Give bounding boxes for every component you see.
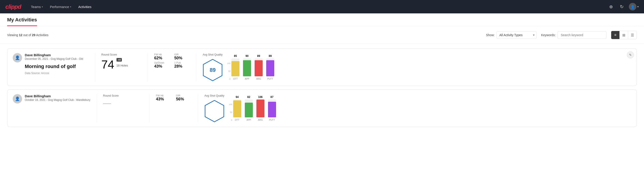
avatar[interactable]: 👤 — [629, 3, 636, 10]
avg-shot-quality-label: Avg Shot Quality — [202, 53, 222, 56]
score-row: — — [103, 99, 143, 107]
nav-teams[interactable]: Teams ▾ — [28, 3, 46, 10]
card-inner: 👤 Dave Billingham October 16, 2021 - Gog… — [13, 94, 631, 122]
bar-value-label: 90 — [246, 54, 248, 58]
bar-column: 82APP — [245, 96, 253, 121]
bar-value-label: 94 — [236, 96, 238, 98]
refresh-icon[interactable]: ↻ — [618, 3, 625, 10]
bar-chart-wrapper-2: 100 50 0 94OTT82APP106ARG87PUTT — [229, 96, 276, 121]
gir-stat: GIR 50% — [174, 53, 190, 60]
bar-fill — [254, 60, 263, 76]
bar-fill — [268, 102, 276, 117]
bar-axis-label: PUTT — [267, 78, 273, 80]
bar-axis-label: OTT — [233, 78, 238, 80]
bar-column: 89PUTT — [266, 54, 274, 80]
view-buttons: ≡ ⊞ ☰ — [611, 31, 637, 39]
hex-value: 89 — [210, 67, 216, 73]
gir-stat: GIR 56% — [176, 94, 192, 102]
stats-section: FW Hit 43% GIR 56% — [156, 94, 192, 102]
user-name: Dave Billingham — [25, 94, 90, 98]
page: My Activities Viewing 12 out of 29 Activ… — [0, 14, 644, 195]
nav-activities[interactable]: Activities — [76, 3, 94, 10]
activity-card: ✎ 👤 Dave Billingham December 05, 2021 - … — [7, 48, 637, 86]
fw-hit-value: 62% — [154, 56, 170, 60]
nav-right: ⊕ ↻ 👤 ▾ — [608, 3, 639, 10]
bar-column: 94OTT — [233, 96, 241, 121]
bar-column: 89ARG — [254, 54, 263, 80]
bar-track — [268, 100, 276, 117]
bar-fill — [266, 60, 274, 76]
bar-fill — [245, 103, 253, 117]
svg-marker-1 — [205, 100, 224, 122]
card-divider-2 — [150, 94, 150, 122]
list-view-button[interactable]: ≡ — [611, 31, 620, 39]
avatar: 👤 — [13, 53, 22, 62]
viewing-text: Viewing 12 out of 29 Activities — [7, 33, 482, 37]
quality-section: Avg Shot Quality 89 100 50 — [202, 53, 296, 81]
y-axis: 100 50 0 — [229, 103, 232, 121]
avatar: 👤 — [13, 94, 22, 104]
keyword-filter-group: Keywords: — [541, 31, 606, 39]
score-section: Round Score — — [103, 94, 143, 107]
bar-value-label: 106 — [258, 96, 263, 98]
score-value: 74 — [101, 59, 114, 70]
card-user-section: 👤 Dave Billingham December 05, 2021 - Go… — [13, 53, 88, 75]
page-header: My Activities — [0, 14, 644, 26]
score-row: 74 +4 18 Holes — [101, 58, 142, 70]
grid-view-button[interactable]: ⊞ — [620, 31, 628, 39]
bar-fill — [233, 100, 241, 117]
user-date: October 16, 2021 - Gog Magog Golf Club -… — [25, 98, 90, 102]
detail-view-button[interactable]: ☰ — [628, 31, 637, 39]
bar-chart: 85OTT90APP89ARG89PUTT — [232, 54, 274, 80]
activity-type-select-wrapper: All Activity Types — [496, 31, 537, 39]
bar-axis-label: OTT — [235, 119, 240, 121]
bar-fill — [243, 60, 251, 76]
round-score-label: Round Score — [101, 53, 142, 56]
data-source: Data Source: Arccos — [25, 72, 83, 75]
add-icon[interactable]: ⊕ — [608, 3, 614, 10]
gir-value: 56% — [176, 97, 192, 102]
one-putt-value: 28% — [174, 64, 190, 69]
bar-column: 87PUTT — [268, 96, 276, 121]
show-label: Show: — [486, 33, 495, 37]
fw-hit-value: 43% — [156, 97, 172, 102]
hex-container: 89 — [202, 59, 223, 81]
bar-chart-wrapper: 100 50 0 85OTT90APP89ARG89PUTT — [227, 54, 274, 80]
holes-text: 18 Holes — [116, 64, 128, 67]
user-name: Dave Billingham — [25, 53, 83, 57]
card-inner: 👤 Dave Billingham December 05, 2021 - Go… — [13, 53, 631, 81]
one-putt-stat: 1 Putt 28% — [174, 61, 190, 69]
bar-value-label: 82 — [247, 96, 250, 98]
bar-track — [233, 100, 241, 117]
bar-fill — [232, 61, 240, 76]
search-input[interactable] — [558, 31, 606, 39]
page-title: My Activities — [7, 17, 37, 26]
activity-type-select[interactable]: All Activity Types — [496, 31, 537, 39]
avatar-chevron-icon: ▾ — [637, 5, 639, 8]
bar-value-label: 87 — [270, 96, 273, 98]
fw-hit-label: FW Hit — [154, 53, 170, 56]
updown-label: Up/Down — [154, 61, 170, 64]
updown-value: 43% — [154, 64, 170, 69]
logo: clippd — [5, 3, 21, 10]
bar-track — [232, 58, 240, 76]
teams-chevron-icon: ▾ — [42, 6, 43, 8]
gir-label: GIR — [176, 94, 192, 97]
bar-axis-label: PUTT — [269, 119, 275, 121]
quality-section: Avg Shot Quality 100 50 0 — [204, 94, 298, 122]
bar-axis-label: APP — [246, 119, 251, 121]
bar-value-label: 85 — [234, 54, 237, 58]
user-info: Dave Billingham October 16, 2021 - Gog M… — [25, 94, 90, 102]
card-divider — [95, 53, 95, 81]
stats-section: FW Hit 62% GIR 50% Up/Down 43% 1 Putt 28… — [154, 53, 190, 69]
bar-column: 106ARG — [256, 96, 264, 121]
score-badge: +4 — [116, 58, 122, 62]
y-axis: 100 50 0 — [227, 62, 230, 80]
bar-axis-label: ARG — [256, 78, 261, 80]
hex-svg — [205, 100, 224, 122]
edit-button[interactable]: ✎ — [627, 51, 634, 58]
fw-hit-stat: FW Hit 43% — [156, 94, 172, 102]
card-user-section: 👤 Dave Billingham October 16, 2021 - Gog… — [13, 94, 90, 104]
nav-performance[interactable]: Performance ▾ — [47, 3, 74, 10]
user-info: Dave Billingham December 05, 2021 - Gog … — [25, 53, 83, 75]
